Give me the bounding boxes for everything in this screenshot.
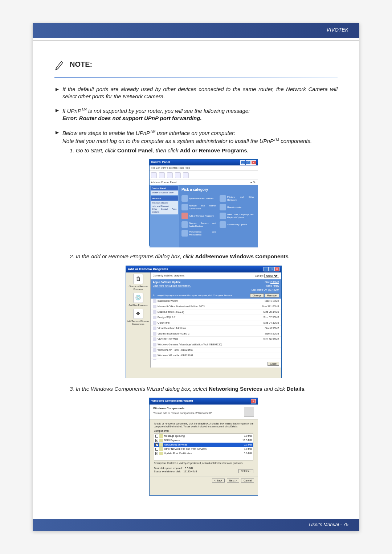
checkbox[interactable]: ✔ <box>155 452 158 455</box>
cat-sounds[interactable]: Sounds, Speech, and Audio Devices <box>181 221 216 228</box>
cat-e-label: Add or Remove Programs <box>189 214 214 217</box>
program-icon <box>153 354 156 357</box>
list-item[interactable]: Windows XP Hotfix - KB828741 <box>151 353 281 358</box>
program-icon <box>153 337 156 341</box>
cat-accessibility[interactable]: Accessibility Options <box>220 221 254 228</box>
minimize-button[interactable]: _ <box>240 160 245 165</box>
switch-classic-link[interactable]: Switch to Classic View <box>152 191 177 194</box>
row3-size: 57.50MB <box>269 316 279 319</box>
s3d: Details <box>287 386 305 392</box>
desc-text: Contains a variety of specialized, netwo… <box>167 462 243 464</box>
list-item[interactable]: VIVOTEK ST7501Size 66.96MB <box>151 337 281 342</box>
folders-button[interactable] <box>183 172 189 178</box>
forward-button[interactable] <box>159 172 165 178</box>
description-row: Description: Contains a variety of speci… <box>154 462 253 465</box>
help-support-link[interactable]: Help and Support <box>152 205 177 208</box>
wcw-heading: Windows Components <box>153 407 212 411</box>
cp-menubar[interactable]: File Edit View Favorites Tools Help <box>150 165 258 171</box>
back-button[interactable]: < Back <box>212 479 225 483</box>
wcw-title-text: Windows Components Wizard <box>151 399 193 403</box>
cp-addressbar[interactable]: Address Control Panel ➔ Go <box>150 180 258 185</box>
checkbox[interactable] <box>155 448 158 451</box>
row7-size: 66.96MB <box>269 338 279 340</box>
next-button[interactable]: Next > <box>227 479 239 483</box>
note-item-2: If UPnPTM is not supported by your route… <box>54 107 338 122</box>
list-item[interactable]: Microsoft Office Professional Edition 20… <box>151 304 281 309</box>
disk-req: 0.0 MB <box>185 467 193 469</box>
arp-maximize-button[interactable]: □ <box>269 267 274 271</box>
row0-size: 1.18MB <box>270 300 279 302</box>
tm-sup-3: TM <box>274 137 279 141</box>
program-list[interactable]: Installation WizardSize 1.18MB Microsoft… <box>151 299 281 360</box>
up-button[interactable] <box>167 172 173 178</box>
selected-program-row[interactable]: Apple Software Update Click here for sup… <box>151 279 281 292</box>
row1-name: Microsoft Office Professional Edition 20… <box>158 305 205 308</box>
add-remove-windows-tab[interactable]: ❖Add/Remove Windows Components <box>127 309 150 325</box>
list-item[interactable]: Windows XP Hotfix - KB823559 <box>151 348 281 353</box>
details-button[interactable]: Details... <box>238 469 253 473</box>
comp-item[interactable]: Message Queuing0.0 MB <box>154 434 253 438</box>
arp-title-text: Add or Remove Programs <box>128 267 168 271</box>
accessibility-icon <box>220 221 226 228</box>
change-remove-tab[interactable]: 🗑Change or Remove Programs <box>127 274 150 291</box>
s2a: 2. In the Add or Remove Programs dialog … <box>70 253 195 259</box>
cat-datetime[interactable]: Date, Time, Language, and Regional Optio… <box>220 213 254 219</box>
note3-text-b: user interface on your computer: <box>155 130 235 136</box>
other-options-link[interactable]: Other Control Panel Options <box>152 208 177 213</box>
arp-top: Currently installed programs: Sort by: N… <box>151 272 281 279</box>
note-item-1: If the default ports are already used by… <box>54 86 338 100</box>
cp-side-panel-1: Control Panel Switch to Classic View <box>151 186 178 195</box>
maximize-button[interactable]: □ <box>246 160 251 165</box>
list-item[interactable]: PostgreSQL 8.2Size 57.50MB <box>151 315 281 320</box>
close-button[interactable]: × <box>251 160 256 165</box>
checkbox[interactable]: ✔ <box>155 443 158 446</box>
components-listbox[interactable]: Message Queuing0.0 MB ✔MSN Explorer13.5 … <box>154 434 253 460</box>
checkbox[interactable] <box>155 435 158 438</box>
list-item[interactable]: Mozilla Firefox (2.0.0.6)Size 20.34MB <box>151 309 281 315</box>
cancel-button[interactable]: Cancel <box>241 479 254 483</box>
comp0-size: 0.0 MB <box>244 434 252 438</box>
cat-performance[interactable]: Performance and Maintenance <box>181 230 216 237</box>
remove-button[interactable]: Remove <box>265 294 279 297</box>
arp-window: Add or Remove Programs _ □ × <box>126 266 282 378</box>
arp-close-button[interactable]: × <box>274 267 279 271</box>
sort-select[interactable]: Name <box>264 274 279 278</box>
error-message: Error: Router does not support UPnP port… <box>62 115 202 121</box>
search-button[interactable] <box>175 172 181 178</box>
go-icon[interactable]: ➔ Go <box>250 181 256 184</box>
row5-slbl: Size <box>265 327 270 329</box>
cat-add-remove[interactable]: Add or Remove Programs <box>181 213 216 219</box>
wcw-body: To add or remove a component, click the … <box>150 419 258 476</box>
add-new-tab[interactable]: 💿Add New Programs <box>127 293 150 307</box>
comp-item[interactable]: Other Network File and Print Services0.0… <box>154 447 253 451</box>
list-item[interactable]: Windows Genuine Advantage Validation Too… <box>151 342 281 348</box>
sort-by: Sort by: Name <box>255 274 279 278</box>
s3c: and click <box>262 386 287 392</box>
cp-side-panel-2: See Also Windows Update Help and Support… <box>151 196 178 214</box>
arp-close-btn[interactable]: Close <box>268 362 279 366</box>
cat-users[interactable]: User Accounts <box>220 204 254 210</box>
cat-network[interactable]: Network and Internet Connections <box>181 204 216 210</box>
windows-update-link[interactable]: Windows Update <box>152 201 177 204</box>
wcw-close-button[interactable]: × <box>251 399 256 403</box>
sel-support-link[interactable]: Click here for support information. <box>153 284 191 287</box>
list-item[interactable]: QuickTimeSize 74.30MB <box>151 320 281 326</box>
checkbox[interactable]: ✔ <box>155 439 158 442</box>
list-item[interactable]: Installation WizardSize 1.18MB <box>151 299 281 304</box>
cat-appearance[interactable]: Appearance and Themes <box>181 195 216 202</box>
change-button[interactable]: Change <box>250 294 264 297</box>
comp-item[interactable]: ✔Update Root Certificates0.0 MB <box>154 451 253 456</box>
back-button[interactable] <box>151 172 157 178</box>
list-item[interactable]: Vivotek Installation Wizard 2Size 5.50MB <box>151 331 281 337</box>
cat-printers[interactable]: Printers and Other Hardware <box>220 195 254 202</box>
note-underline <box>54 77 338 78</box>
arp-minimize-button[interactable]: _ <box>264 267 269 271</box>
row5-name: Virtual Machine Additions <box>158 327 186 330</box>
comp-item[interactable]: ✔MSN Explorer13.5 MB <box>154 438 253 443</box>
sounds-icon <box>181 221 188 228</box>
comp-item-selected[interactable]: ✔Networking Services0.3 MB <box>154 443 253 447</box>
s1b: Control Panel <box>117 147 153 153</box>
comp2-name: Networking Services <box>164 443 187 446</box>
row4-name: QuickTime <box>158 321 170 324</box>
list-item[interactable]: Virtual Machine AdditionsSize 0.90MB <box>151 326 281 331</box>
